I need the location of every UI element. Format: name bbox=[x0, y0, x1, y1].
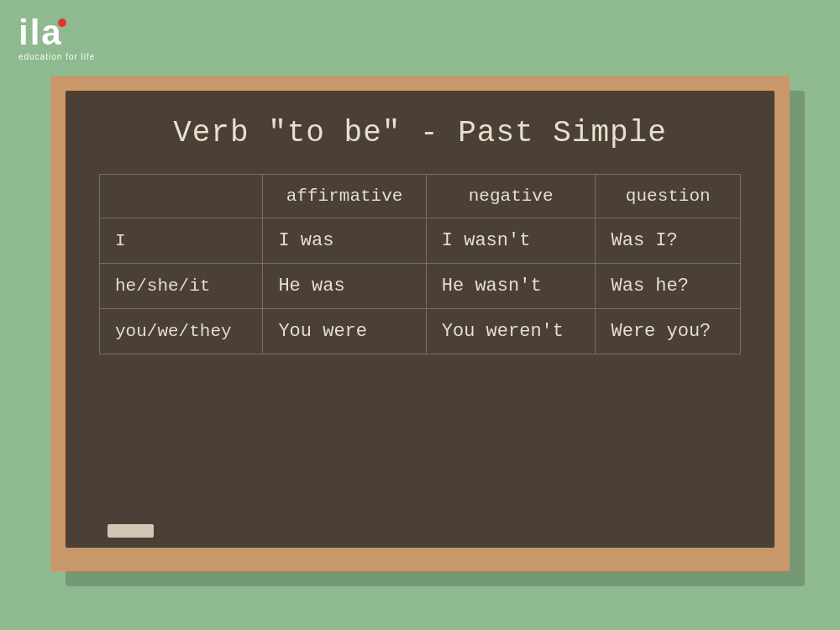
table-body: I I was I wasn't Was I? he/she/it He was… bbox=[100, 218, 741, 354]
affirmative-you: You were bbox=[263, 309, 426, 354]
header-cell-empty bbox=[100, 175, 263, 218]
table-row: I I was I wasn't Was I? bbox=[100, 218, 741, 264]
header-cell-affirmative: affirmative bbox=[263, 175, 426, 218]
board-title: Verb "to be" - Past Simple bbox=[173, 116, 667, 150]
logo-tagline: education for life bbox=[18, 52, 95, 61]
question-he: Was he? bbox=[596, 264, 741, 309]
chalkboard-surface: Verb "to be" - Past Simple affirmative n… bbox=[66, 91, 774, 548]
logo-text: ila bbox=[18, 15, 63, 50]
logo-container: ila education for life bbox=[18, 15, 95, 61]
negative-i: I wasn't bbox=[426, 218, 596, 264]
table-row: he/she/it He was He wasn't Was he? bbox=[100, 264, 741, 309]
subject-he-she-it: he/she/it bbox=[100, 264, 263, 309]
negative-you: You weren't bbox=[426, 309, 596, 354]
affirmative-i: I was bbox=[263, 218, 426, 264]
subject-i: I bbox=[100, 218, 263, 264]
affirmative-he: He was bbox=[263, 264, 426, 309]
logo-letters: ila bbox=[18, 13, 63, 52]
chalkboard-wrapper: Verb "to be" - Past Simple affirmative n… bbox=[50, 76, 790, 571]
chalkboard-frame: Verb "to be" - Past Simple affirmative n… bbox=[50, 76, 790, 571]
subject-you-we-they: you/we/they bbox=[100, 309, 263, 354]
header-cell-question: question bbox=[596, 175, 741, 218]
question-you: Were you? bbox=[596, 309, 741, 354]
table-row: you/we/they You were You weren't Were yo… bbox=[100, 309, 741, 354]
chalk-eraser bbox=[108, 524, 154, 538]
grammar-table: affirmative negative question I I was I … bbox=[99, 174, 741, 354]
logo-dot bbox=[58, 18, 66, 27]
table-header: affirmative negative question bbox=[100, 175, 741, 218]
negative-he: He wasn't bbox=[426, 264, 596, 309]
question-i: Was I? bbox=[596, 218, 741, 264]
header-cell-negative: negative bbox=[426, 175, 596, 218]
header-row: affirmative negative question bbox=[100, 175, 741, 218]
